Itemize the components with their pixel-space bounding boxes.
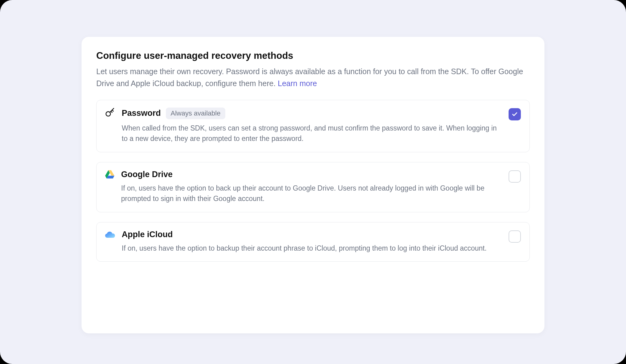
badge-always-available: Always available: [166, 108, 226, 119]
option-description-password: When called from the SDK, users can set …: [122, 123, 502, 144]
learn-more-link[interactable]: Learn more: [278, 79, 317, 88]
checkbox-password[interactable]: [509, 108, 521, 120]
key-icon: [105, 108, 115, 119]
option-card-google-drive: Google Drive If on, users have the optio…: [96, 162, 530, 212]
checkbox-apple-icloud[interactable]: [509, 230, 521, 243]
option-description-google-drive: If on, users have the option to back up …: [121, 183, 502, 204]
option-title-google-drive: Google Drive: [121, 170, 173, 179]
recovery-methods-card: Configure user-managed recovery methods …: [82, 37, 544, 333]
google-drive-icon: [105, 170, 114, 180]
icloud-icon: [105, 230, 115, 241]
option-description-apple-icloud: If on, users have the option to backup t…: [122, 243, 502, 254]
option-card-password: Password Always available When called fr…: [96, 100, 530, 152]
card-title: Configure user-managed recovery methods: [96, 50, 530, 61]
option-title-password: Password: [122, 108, 161, 118]
option-card-apple-icloud: Apple iCloud If on, users have the optio…: [96, 222, 530, 262]
option-title-apple-icloud: Apple iCloud: [122, 230, 173, 239]
card-description: Let users manage their own recovery. Pas…: [96, 66, 530, 89]
checkbox-google-drive[interactable]: [509, 170, 521, 183]
